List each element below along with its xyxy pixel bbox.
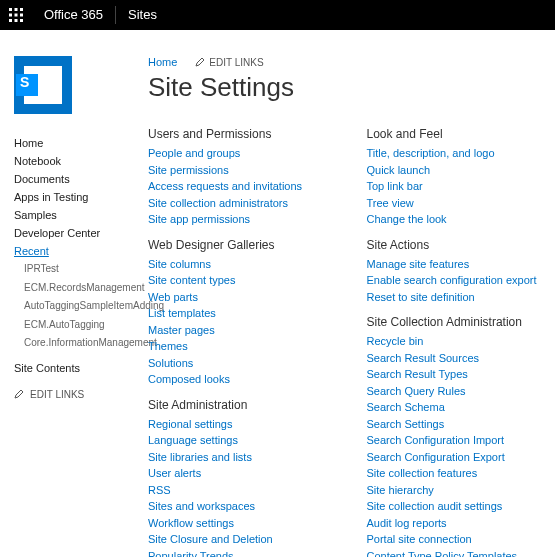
settings-link[interactable]: Recycle bin bbox=[367, 333, 546, 350]
settings-link[interactable]: Audit log reports bbox=[367, 515, 546, 532]
svg-rect-6 bbox=[9, 19, 12, 22]
svg-rect-8 bbox=[20, 19, 23, 22]
ql-samples[interactable]: Samples bbox=[14, 206, 140, 224]
settings-heading: Site Administration bbox=[148, 398, 327, 412]
settings-link[interactable]: Site Closure and Deletion bbox=[148, 531, 327, 548]
settings-heading: Web Designer Galleries bbox=[148, 238, 327, 252]
site-logo-letter: S bbox=[20, 74, 29, 90]
settings-link[interactable]: Site content types bbox=[148, 272, 327, 289]
svg-rect-2 bbox=[20, 8, 23, 11]
settings-link[interactable]: Search Result Types bbox=[367, 366, 546, 383]
settings-link[interactable]: Site hierarchy bbox=[367, 482, 546, 499]
app-launcher-icon[interactable] bbox=[0, 0, 32, 30]
settings-link[interactable]: RSS bbox=[148, 482, 327, 499]
site-logo[interactable]: S bbox=[14, 56, 72, 114]
main-area: Home EDIT LINKS Site Settings Users and … bbox=[148, 38, 555, 557]
settings-link[interactable]: Solutions bbox=[148, 355, 327, 372]
settings-link[interactable]: Site collection features bbox=[367, 465, 546, 482]
settings-link[interactable]: Popularity Trends bbox=[148, 548, 327, 558]
settings-link[interactable]: Search Result Sources bbox=[367, 350, 546, 367]
settings-link[interactable]: Site collection administrators bbox=[148, 195, 327, 212]
ql-recent-item[interactable]: Core.InformationManagement bbox=[24, 334, 140, 353]
suite-bar: Office 365 Sites bbox=[0, 0, 555, 30]
ql-recent-item[interactable]: AutoTaggingSampleItemAdding bbox=[24, 297, 140, 316]
settings-heading: Site Collection Administration bbox=[367, 315, 546, 329]
quick-launch: S Home Notebook Documents Apps in Testin… bbox=[0, 38, 148, 557]
pencil-icon bbox=[195, 57, 205, 67]
settings-heading: Site Actions bbox=[367, 238, 546, 252]
settings-heading: Look and Feel bbox=[367, 127, 546, 141]
ql-home[interactable]: Home bbox=[14, 134, 140, 152]
page-title: Site Settings bbox=[148, 72, 545, 117]
settings-link[interactable]: Site libraries and lists bbox=[148, 449, 327, 466]
settings-columns: Users and PermissionsPeople and groupsSi… bbox=[148, 117, 545, 557]
breadcrumb-edit-links[interactable]: EDIT LINKS bbox=[195, 57, 263, 68]
ql-site-contents[interactable]: Site Contents bbox=[14, 359, 140, 377]
settings-link[interactable]: Portal site connection bbox=[367, 531, 546, 548]
settings-link[interactable]: Master pages bbox=[148, 322, 327, 339]
svg-rect-5 bbox=[20, 14, 23, 17]
ql-developer-center[interactable]: Developer Center bbox=[14, 224, 140, 242]
settings-link[interactable]: People and groups bbox=[148, 145, 327, 162]
ql-documents[interactable]: Documents bbox=[14, 170, 140, 188]
settings-link[interactable]: Web parts bbox=[148, 289, 327, 306]
ql-apps-in-testing[interactable]: Apps in Testing bbox=[14, 188, 140, 206]
settings-link[interactable]: Site collection audit settings bbox=[367, 498, 546, 515]
settings-link[interactable]: Themes bbox=[148, 338, 327, 355]
settings-col-left: Users and PermissionsPeople and groupsSi… bbox=[148, 117, 327, 557]
settings-link[interactable]: Manage site features bbox=[367, 256, 546, 273]
ql-recent-item[interactable]: IPRTest bbox=[24, 260, 140, 279]
settings-link[interactable]: Tree view bbox=[367, 195, 546, 212]
settings-link[interactable]: Enable search configuration export bbox=[367, 272, 546, 289]
settings-link[interactable]: Workflow settings bbox=[148, 515, 327, 532]
settings-link[interactable]: List templates bbox=[148, 305, 327, 322]
settings-link[interactable]: Search Query Rules bbox=[367, 383, 546, 400]
settings-link[interactable]: Change the look bbox=[367, 211, 546, 228]
settings-link[interactable]: Search Configuration Export bbox=[367, 449, 546, 466]
ql-notebook[interactable]: Notebook bbox=[14, 152, 140, 170]
svg-rect-4 bbox=[15, 14, 18, 17]
settings-link[interactable]: Content Type Policy Templates bbox=[367, 548, 546, 558]
settings-link[interactable]: Site app permissions bbox=[148, 211, 327, 228]
ql-edit-links[interactable]: EDIT LINKS bbox=[14, 377, 140, 400]
settings-col-right: Look and FeelTitle, description, and log… bbox=[367, 117, 546, 557]
svg-rect-3 bbox=[9, 14, 12, 17]
settings-link[interactable]: Search Configuration Import bbox=[367, 432, 546, 449]
svg-rect-1 bbox=[15, 8, 18, 11]
settings-heading: Users and Permissions bbox=[148, 127, 327, 141]
breadcrumb-edit-links-label: EDIT LINKS bbox=[209, 57, 263, 68]
settings-link[interactable]: Site columns bbox=[148, 256, 327, 273]
ql-recent-list: IPRTest ECM.RecordsManagement AutoTaggin… bbox=[14, 260, 140, 353]
settings-link[interactable]: Quick launch bbox=[367, 162, 546, 179]
settings-link[interactable]: Top link bar bbox=[367, 178, 546, 195]
ql-recent-header[interactable]: Recent bbox=[14, 242, 140, 260]
settings-link[interactable]: Search Schema bbox=[367, 399, 546, 416]
breadcrumb-row: Home EDIT LINKS bbox=[148, 38, 545, 72]
svg-rect-7 bbox=[15, 19, 18, 22]
ql-recent-item[interactable]: ECM.AutoTagging bbox=[24, 316, 140, 335]
ql-recent-item[interactable]: ECM.RecordsManagement bbox=[24, 279, 140, 298]
settings-link[interactable]: Site permissions bbox=[148, 162, 327, 179]
pencil-icon bbox=[14, 389, 24, 399]
svg-rect-0 bbox=[9, 8, 12, 11]
suite-office365[interactable]: Office 365 bbox=[32, 0, 115, 30]
settings-link[interactable]: Language settings bbox=[148, 432, 327, 449]
breadcrumb-home[interactable]: Home bbox=[148, 56, 177, 68]
settings-link[interactable]: Reset to site definition bbox=[367, 289, 546, 306]
settings-link[interactable]: Regional settings bbox=[148, 416, 327, 433]
settings-link[interactable]: Composed looks bbox=[148, 371, 327, 388]
settings-link[interactable]: Search Settings bbox=[367, 416, 546, 433]
settings-link[interactable]: Sites and workspaces bbox=[148, 498, 327, 515]
settings-link[interactable]: Title, description, and logo bbox=[367, 145, 546, 162]
settings-link[interactable]: Access requests and invitations bbox=[148, 178, 327, 195]
settings-link[interactable]: User alerts bbox=[148, 465, 327, 482]
ql-edit-links-label: EDIT LINKS bbox=[30, 389, 84, 400]
suite-sites[interactable]: Sites bbox=[116, 0, 169, 30]
